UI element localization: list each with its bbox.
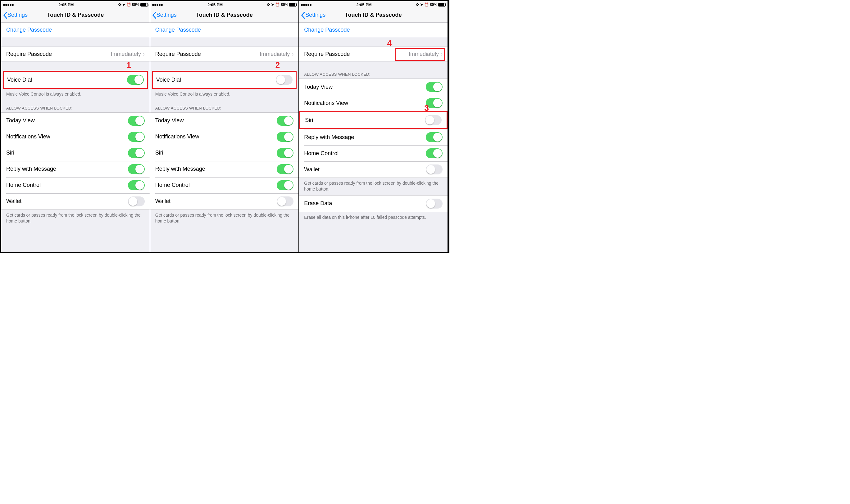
voice-dial-toggle[interactable] [127,75,144,85]
battery-icon [140,3,148,6]
screen-3: 2:05 PM ⟳ ➤ ⏰ 80% Settings Touch ID & Pa… [299,1,448,252]
wallet-footer: Get cards or passes ready from the lock … [1,210,150,227]
orientation-lock-icon: ⟳ [118,2,121,7]
erase-data-footer: Erase all data on this iPhone after 10 f… [299,212,448,223]
erase-data-row[interactable]: Erase Data [299,196,448,212]
home-control-toggle[interactable] [426,148,443,158]
status-bar: 2:05 PM ⟳ ➤ ⏰ 80% [1,1,150,8]
change-passcode-row[interactable]: Change Passcode [299,23,448,37]
status-bar: 2:05 PM ⟳ ➤ ⏰ 80% [299,1,448,8]
wallet-toggle[interactable] [128,196,145,206]
chevron-right-icon: › [441,51,443,57]
notifications-view-toggle[interactable] [277,132,294,142]
back-label: Settings [305,12,326,18]
siri-row[interactable]: Siri [299,111,448,129]
screen-2: 2:05 PM ⟳ ➤ ⏰ 80% Settings Touch ID & Pa… [150,1,299,252]
nav-bar: Settings Touch ID & Passcode [299,8,448,22]
require-passcode-label: Require Passcode [6,51,52,57]
wallet-footer: Get cards or passes ready from the lock … [150,210,299,227]
chevron-left-icon [3,12,7,19]
home-control-row[interactable]: Home Control [299,145,448,161]
annotation-1-box: Voice Dial [3,71,148,89]
require-passcode-value: Immediately [111,51,141,57]
reply-toggle[interactable] [277,164,294,174]
nav-bar: Settings Touch ID & Passcode [1,8,150,22]
siri-toggle[interactable] [128,148,145,158]
battery-pct: 80% [430,2,437,7]
siri-row[interactable]: Siri [150,145,299,161]
voice-dial-footer: Music Voice Control is always enabled. [1,89,150,100]
signal-dots-icon [3,2,14,7]
today-view-row[interactable]: Today View [1,113,150,129]
siri-toggle[interactable] [277,148,294,158]
home-control-toggle[interactable] [277,180,294,190]
location-icon: ➤ [420,2,423,7]
voice-dial-toggle[interactable] [276,75,293,85]
allow-access-header: ALLOW ACCESS WHEN LOCKED: [150,100,299,112]
back-label: Settings [157,12,177,18]
status-time: 2:05 PM [207,2,223,7]
back-label: Settings [7,12,28,18]
reply-with-message-row[interactable]: Reply with Message [299,129,448,145]
alarm-icon: ⏰ [126,2,131,7]
battery-pct: 80% [281,2,288,7]
battery-icon [289,3,297,6]
today-view-toggle[interactable] [277,116,294,126]
status-bar: 2:05 PM ⟳ ➤ ⏰ 80% [150,1,299,8]
notifications-view-toggle[interactable] [128,132,145,142]
voice-dial-row[interactable]: Voice Dial [153,72,296,88]
change-passcode-row[interactable]: Change Passcode [150,23,299,37]
home-control-row[interactable]: Home Control [150,177,299,193]
chevron-left-icon [301,12,305,19]
today-view-toggle[interactable] [426,82,443,92]
alarm-icon: ⏰ [275,2,280,7]
reply-with-message-row[interactable]: Reply with Message [150,161,299,177]
location-icon: ➤ [122,2,125,7]
wallet-row[interactable]: Wallet [299,161,448,178]
require-passcode-row[interactable]: Require Passcode Immediately › [1,47,150,61]
chevron-left-icon [152,12,157,19]
status-time: 2:05 PM [58,2,74,7]
battery-pct: 80% [132,2,139,7]
voice-dial-row[interactable]: Voice Dial [4,72,147,88]
reply-with-message-row[interactable]: Reply with Message [1,161,150,177]
voice-dial-label: Voice Dial [7,77,32,83]
reply-toggle[interactable] [128,164,145,174]
wallet-row[interactable]: Wallet [1,193,150,210]
home-control-row[interactable]: Home Control [1,177,150,193]
notifications-view-row[interactable]: Notifications View [150,129,299,145]
reply-toggle[interactable] [426,132,443,142]
orientation-lock-icon: ⟳ [416,2,419,7]
annotation-2-box: Voice Dial [152,71,297,89]
allow-access-header: ALLOW ACCESS WHEN LOCKED: [299,61,448,78]
voice-dial-footer: Music Voice Control is always enabled. [150,89,299,100]
screen-1: 2:05 PM ⟳ ➤ ⏰ 80% Settings Touch ID & Pa… [1,1,150,252]
require-passcode-row[interactable]: Require Passcode Immediately › [299,47,448,61]
require-passcode-row[interactable]: Require Passcode Immediately› [150,47,299,61]
notifications-view-row[interactable]: Notifications View 3 [299,95,448,111]
nav-bar: Settings Touch ID & Passcode [150,8,299,22]
annotation-1-label: 1 [126,60,131,70]
today-view-toggle[interactable] [128,116,145,126]
status-time: 2:05 PM [357,2,372,7]
back-button[interactable]: Settings [299,12,326,19]
notifications-view-row[interactable]: Notifications View [1,129,150,145]
allow-access-header: ALLOW ACCESS WHEN LOCKED: [1,100,150,112]
siri-row[interactable]: Siri [1,145,150,161]
wallet-toggle[interactable] [277,196,294,206]
today-view-row[interactable]: Today View [299,79,448,95]
change-passcode-row[interactable]: Change Passcode [1,23,150,37]
signal-dots-icon [301,2,312,7]
wallet-footer: Get cards or passes ready from the lock … [299,178,448,195]
chevron-right-icon: › [143,51,145,57]
wallet-row[interactable]: Wallet [150,193,299,210]
erase-data-toggle[interactable] [426,199,443,209]
location-icon: ➤ [271,2,274,7]
wallet-toggle[interactable] [426,164,443,175]
today-view-row[interactable]: Today View [150,113,299,129]
back-button[interactable]: Settings [150,12,177,19]
siri-toggle[interactable] [425,115,441,125]
battery-icon [438,3,446,6]
back-button[interactable]: Settings [1,12,28,19]
home-control-toggle[interactable] [128,180,145,190]
